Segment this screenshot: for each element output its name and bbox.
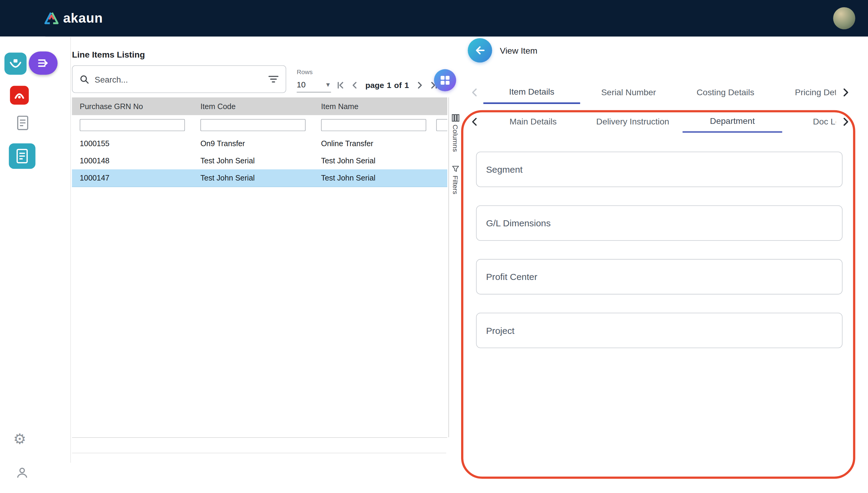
tab-costing-details[interactable]: Costing Details [677,81,774,104]
rows-per-page-value: 10 [297,80,306,89]
rows-label: Rows [297,69,312,75]
page-word: page [365,81,384,89]
akaun-logo-icon [44,12,59,25]
pdf-icon [13,89,26,102]
chevron-down-icon: ▼ [325,81,331,88]
cell-purchase-grn-no: 1000148 [72,157,193,165]
cell-purchase-grn-no: 1000155 [72,140,193,148]
field-label: Segment [486,164,523,175]
pagination: page 1 of 1 [334,79,440,92]
filter-input-purchase-grn-no[interactable] [80,119,185,131]
cell-item-name: Test John Serial [313,157,434,165]
back-arrow-icon [474,44,486,56]
field-group-project[interactable]: Project [476,313,843,348]
cell-item-code: Test John Serial [193,174,313,182]
back-button[interactable] [468,38,492,63]
column-header-item-name: Item Name [313,102,434,111]
field-label: Project [486,325,515,336]
columns-icon [452,114,459,122]
tab-item-details[interactable]: Item Details [483,81,580,104]
first-page-button[interactable] [334,79,346,91]
cell-item-code: On9 Transfer [193,140,313,148]
field-group-profit-center[interactable]: Profit Center [476,259,843,295]
brand: akaun [44,10,103,26]
column-header-item-code: Item Code [193,102,313,111]
search-box [72,65,286,93]
subtab-department[interactable]: Department [682,111,782,133]
table-filter-row [72,115,447,135]
sidebar-item-document[interactable] [15,114,31,132]
sidebar-item-hands[interactable] [4,52,26,74]
next-page-button[interactable] [413,79,425,91]
of-word: of [394,81,402,89]
tabs-scroll-right-button[interactable] [839,86,851,99]
subtab-doc-level[interactable]: Doc Level [782,111,836,133]
funnel-icon [452,165,459,173]
column-header-purchase-grn-no: Purchase GRN No [72,102,193,111]
sidebar-item-pdf[interactable] [10,86,29,105]
filter-input-truncated[interactable] [436,119,447,131]
item-tabs: Item Details Serial Number Costing Detai… [483,81,836,104]
brand-name: akaun [63,10,103,26]
filter-input-item-code[interactable] [200,119,306,131]
subtabs-scroll-left-button[interactable] [469,116,481,128]
sidebar [0,37,45,493]
filter-input-item-name[interactable] [321,119,426,131]
chevron-left-icon [470,117,480,127]
topbar: akaun [0,0,868,37]
document-icon [16,115,29,130]
sidebar-expand-toggle[interactable] [29,51,58,75]
profile-button[interactable] [15,466,29,481]
current-page: 1 [387,81,391,89]
table-side-strip: Columns Filters [449,97,462,437]
columns-label: Columns [452,125,459,152]
chevron-left-icon [350,81,359,89]
rows-per-page-select[interactable]: 10 ▼ [297,78,331,92]
cell-item-code: Test John Serial [193,157,313,165]
avatar[interactable] [833,7,855,29]
sidebar-item-line-items[interactable] [9,144,35,169]
field-group-gl-dimensions[interactable]: G/L Dimensions [476,205,843,241]
chevron-right-icon [840,117,850,127]
field-group-segment[interactable]: Segment [476,152,843,187]
first-page-icon [336,81,345,89]
filters-toggle-button[interactable]: Filters [449,165,462,194]
apps-grid-button[interactable] [434,69,456,91]
table-row[interactable]: 1000148 Test John Serial Test John Seria… [72,152,447,170]
subtab-main-details[interactable]: Main Details [483,111,583,133]
page-indicator: page 1 of 1 [365,81,409,89]
settings-button[interactable]: ⚙ [13,432,26,446]
user-icon [15,466,29,479]
chevron-left-icon [470,87,480,97]
chevron-right-icon [840,87,850,97]
total-pages: 1 [405,81,409,89]
subtabs-scroll-right-button[interactable] [839,116,851,128]
tab-serial-number[interactable]: Serial Number [580,81,677,104]
table-row[interactable]: 1000155 On9 Transfer Online Transfer [72,135,447,153]
field-label: Profit Center [486,272,537,282]
hands-box-icon [8,56,23,71]
search-icon [79,74,89,84]
columns-toggle-button[interactable]: Columns [449,114,462,152]
tab-pricing-details[interactable]: Pricing Details [774,81,836,104]
chevron-right-icon [415,81,424,89]
table-header: Purchase GRN No Item Code Item Name [72,97,447,115]
tabs-scroll-left-button[interactable] [469,86,481,99]
table-row-selected[interactable]: 1000147 Test John Serial Test John Seria… [72,169,447,187]
filter-list-icon[interactable] [268,74,279,84]
view-item-title: View Item [500,46,537,56]
cell-purchase-grn-no: 1000147 [72,174,193,182]
prev-page-button[interactable] [349,79,361,91]
detail-sub-tabs: Main Details Delivery Instruction Depart… [483,111,836,133]
filters-label: Filters [452,175,459,194]
subtab-delivery-instruction[interactable]: Delivery Instruction [583,111,682,133]
panel-bottom-border [72,453,447,453]
expand-menu-icon [36,56,50,70]
grid-icon [439,75,451,86]
cell-item-name: Online Transfer [313,140,434,148]
field-label: G/L Dimensions [486,218,551,229]
gear-icon: ⚙ [13,431,26,447]
table-bottom-border [72,437,447,438]
document-active-icon [15,148,29,164]
search-input[interactable] [93,74,263,84]
